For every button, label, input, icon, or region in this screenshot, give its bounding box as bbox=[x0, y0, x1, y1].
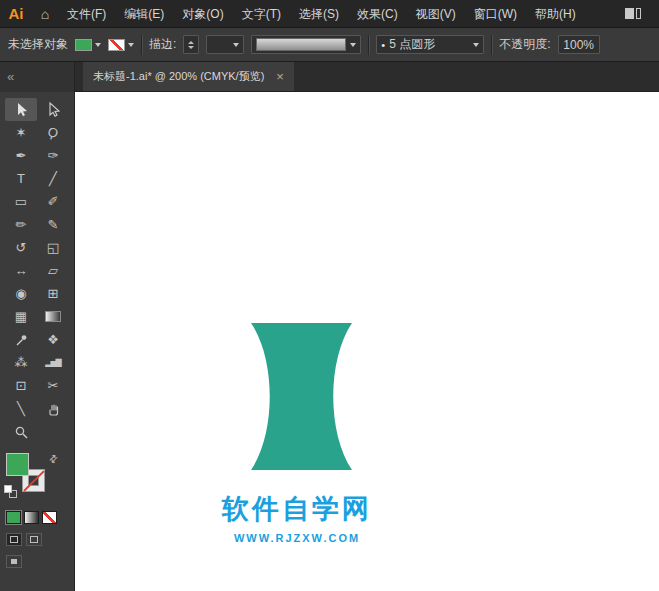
draw-normal-button[interactable] bbox=[6, 533, 22, 546]
tool-rotate[interactable]: ↺ bbox=[5, 236, 37, 259]
collapse-panel-icon[interactable]: « bbox=[7, 69, 14, 84]
chevron-down-icon bbox=[128, 43, 134, 47]
fill-color-swatch[interactable] bbox=[6, 453, 29, 476]
tool-pen[interactable]: ✒ bbox=[5, 144, 37, 167]
magic-wand-icon: ✶ bbox=[16, 126, 27, 139]
perspective-grid-icon: ⊞ bbox=[48, 287, 59, 300]
menu-type[interactable]: 文字(T) bbox=[233, 0, 290, 28]
selection-arrow-icon bbox=[14, 102, 29, 117]
hand-icon bbox=[46, 402, 60, 416]
tool-pencil[interactable]: ✏ bbox=[5, 213, 37, 236]
menu-effect[interactable]: 效果(C) bbox=[348, 0, 407, 28]
menu-file[interactable]: 文件(F) bbox=[58, 0, 115, 28]
watermark-text[interactable]: 软件自学网 WWW.RJZXW.COM bbox=[222, 491, 372, 544]
stroke-color-dropdown[interactable] bbox=[108, 39, 134, 51]
column-graph-icon: ▂▅▇ bbox=[45, 359, 60, 367]
default-fill-mini bbox=[4, 485, 12, 493]
stepper-icon[interactable] bbox=[188, 41, 194, 49]
direct-selection-arrow-icon bbox=[46, 102, 61, 117]
tool-line-segment[interactable]: ╱ bbox=[37, 167, 69, 190]
menu-view[interactable]: 视图(V) bbox=[407, 0, 465, 28]
tool-magic-wand[interactable]: ✶ bbox=[5, 121, 37, 144]
tool-lasso[interactable]: Ϙ bbox=[37, 121, 69, 144]
paint-mode-row bbox=[6, 511, 74, 524]
width-profile-dropdown[interactable] bbox=[251, 35, 361, 54]
knife-icon: ╲ bbox=[17, 402, 25, 415]
artboard[interactable]: 软件自学网 WWW.RJZXW.COM bbox=[75, 92, 659, 591]
tool-curvature[interactable]: ✑ bbox=[37, 144, 69, 167]
selection-status: 未选择对象 bbox=[8, 36, 68, 53]
spin-down-icon bbox=[188, 46, 194, 49]
tool-hand[interactable] bbox=[37, 397, 69, 420]
width-tool-icon: ↔ bbox=[15, 264, 28, 277]
brush-preview-icon: • bbox=[381, 39, 385, 51]
brush-definition-dropdown[interactable]: • 5 点圆形 bbox=[376, 35, 484, 54]
home-icon[interactable]: ⌂ bbox=[32, 6, 58, 22]
concave-rectangle-shape[interactable] bbox=[251, 323, 352, 470]
tool-symbol-sprayer[interactable]: ⁂ bbox=[5, 351, 37, 374]
none-button[interactable] bbox=[42, 511, 57, 524]
chevron-down-icon bbox=[350, 43, 356, 47]
tool-panel: « ✶ Ϙ ✒ ✑ T ╱ ▭ bbox=[0, 62, 75, 591]
tool-slice[interactable]: ✂ bbox=[37, 374, 69, 397]
default-fill-stroke-icon[interactable] bbox=[4, 485, 19, 500]
tool-free-transform[interactable]: ▱ bbox=[37, 259, 69, 282]
tool-scale[interactable]: ◱ bbox=[37, 236, 69, 259]
menu-window[interactable]: 窗口(W) bbox=[465, 0, 526, 28]
menu-select[interactable]: 选择(S) bbox=[290, 0, 348, 28]
color-button[interactable] bbox=[6, 511, 21, 524]
document-area: 未标题-1.ai* @ 200% (CMYK/预览) × 软件自学网 WWW.R… bbox=[75, 62, 659, 591]
opacity-value: 100% bbox=[563, 38, 594, 52]
stroke-weight-dropdown[interactable] bbox=[206, 35, 244, 54]
spin-up-icon bbox=[188, 41, 194, 44]
tool-knife[interactable]: ╲ bbox=[5, 397, 37, 420]
tool-paintbrush[interactable]: ✐ bbox=[37, 190, 69, 213]
tool-selection[interactable] bbox=[5, 98, 37, 121]
shape-builder-icon: ◉ bbox=[15, 287, 26, 300]
menu-edit[interactable]: 编辑(E) bbox=[115, 0, 173, 28]
paintbrush-icon: ✐ bbox=[48, 195, 59, 208]
uniform-profile-preview bbox=[256, 38, 346, 51]
stroke-weight-field[interactable] bbox=[183, 35, 199, 54]
illustrator-window: Ai ⌂ 文件(F) 编辑(E) 对象(O) 文字(T) 选择(S) 效果(C)… bbox=[0, 0, 659, 591]
tool-eyedropper[interactable] bbox=[5, 328, 37, 351]
menu-help[interactable]: 帮助(H) bbox=[526, 0, 585, 28]
document-tab[interactable]: 未标题-1.ai* @ 200% (CMYK/预览) × bbox=[83, 62, 294, 91]
divider bbox=[141, 35, 142, 55]
watermark-title: 软件自学网 bbox=[222, 491, 372, 527]
tool-shaper[interactable]: ✎ bbox=[37, 213, 69, 236]
zoom-icon bbox=[14, 425, 28, 439]
tools-grid: ✶ Ϙ ✒ ✑ T ╱ ▭ ✐ ✏ ✎ ↺ ◱ ↔ ▱ ◉ ⊞ ▦ bbox=[0, 92, 74, 443]
tool-rectangle[interactable]: ▭ bbox=[5, 190, 37, 213]
stroke-none-swatch bbox=[108, 39, 125, 51]
gradient-button[interactable] bbox=[24, 511, 39, 524]
workspace-switcher-icon[interactable] bbox=[625, 8, 641, 19]
tool-gradient[interactable] bbox=[37, 305, 69, 328]
swap-fill-stroke-icon[interactable]: ⇄ bbox=[46, 452, 60, 466]
tool-shape-builder[interactable]: ◉ bbox=[5, 282, 37, 305]
eyedropper-icon bbox=[14, 333, 28, 347]
menu-bar: Ai ⌂ 文件(F) 编辑(E) 对象(O) 文字(T) 选择(S) 效果(C)… bbox=[0, 0, 659, 28]
draw-behind-button[interactable] bbox=[26, 533, 42, 546]
tool-direct-selection[interactable] bbox=[37, 98, 69, 121]
close-icon[interactable]: × bbox=[276, 70, 284, 83]
fill-color-dropdown[interactable] bbox=[75, 39, 101, 51]
tool-zoom[interactable] bbox=[5, 420, 37, 443]
opacity-field[interactable]: 100% bbox=[558, 35, 600, 54]
tool-width[interactable]: ↔ bbox=[5, 259, 37, 282]
menu-object[interactable]: 对象(O) bbox=[173, 0, 232, 28]
tool-mesh[interactable]: ▦ bbox=[5, 305, 37, 328]
blend-icon: ❖ bbox=[47, 333, 59, 346]
tool-column-graph[interactable]: ▂▅▇ bbox=[37, 351, 69, 374]
chevron-down-icon bbox=[233, 43, 239, 47]
tool-perspective-grid[interactable]: ⊞ bbox=[37, 282, 69, 305]
lasso-icon: Ϙ bbox=[46, 125, 60, 140]
shaper-icon: ✎ bbox=[48, 218, 59, 231]
tool-type[interactable]: T bbox=[5, 167, 37, 190]
brush-name: 5 点圆形 bbox=[389, 36, 469, 53]
tool-blend[interactable]: ❖ bbox=[37, 328, 69, 351]
watermark-subtitle: WWW.RJZXW.COM bbox=[222, 532, 372, 544]
artboard-icon: ⊡ bbox=[16, 379, 27, 392]
tool-artboard[interactable]: ⊡ bbox=[5, 374, 37, 397]
screen-mode-button[interactable] bbox=[6, 555, 22, 568]
